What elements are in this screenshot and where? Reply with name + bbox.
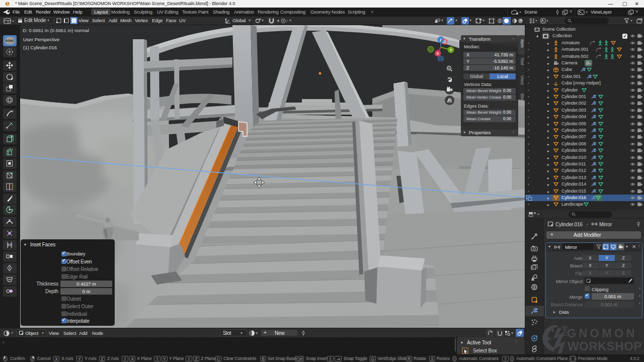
svg-text:WORKSHOP: WORKSHOP — [568, 339, 642, 353]
svg-text:GNOMON: GNOMON — [567, 326, 637, 340]
